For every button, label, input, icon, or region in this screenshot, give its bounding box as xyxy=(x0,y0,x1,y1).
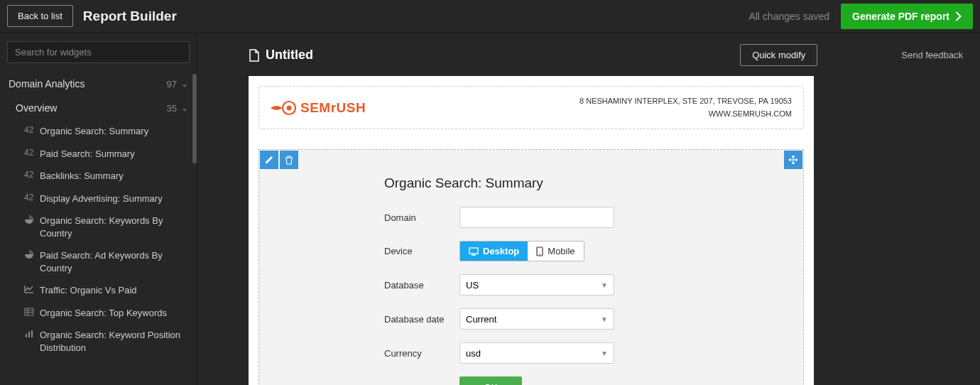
database-date-label: Database date xyxy=(384,314,459,325)
send-feedback-link[interactable]: Send feedback xyxy=(901,50,963,60)
chevron-down-icon: ⌄ xyxy=(181,103,188,113)
category-count: 35 xyxy=(167,103,177,114)
brand-address: 8 NESHAMINY INTERPLEX, STE 207, TREVOSE,… xyxy=(579,95,792,108)
widget-form-title: Organic Search: Summary xyxy=(384,175,803,191)
sidebar-widget-paid-ad-keywords-by-country[interactable]: Paid Search: Ad Keywords By Country xyxy=(0,244,197,279)
svg-point-8 xyxy=(287,105,292,110)
brand-logo: SEMrUSH xyxy=(271,100,366,116)
svg-rect-4 xyxy=(26,334,27,337)
back-to-list-button[interactable]: Back to list xyxy=(7,5,73,27)
scrollbar[interactable] xyxy=(192,74,197,163)
generate-pdf-button[interactable]: Generate PDF report xyxy=(841,4,973,29)
device-toggle: Desktop Mobile xyxy=(459,241,584,261)
move-icon xyxy=(788,155,798,165)
widget-label: Paid Search: Summary xyxy=(40,148,135,161)
line-chart-icon xyxy=(24,284,40,294)
sidebar-widget-traffic-organic-vs-paid[interactable]: Traffic: Organic Vs Paid xyxy=(0,279,197,302)
desktop-icon xyxy=(469,247,479,256)
trash-icon xyxy=(284,155,294,165)
device-mobile-button[interactable]: Mobile xyxy=(528,242,583,261)
pie-chart-icon xyxy=(24,215,40,224)
domain-label: Domain xyxy=(384,212,459,223)
category-count: 97 xyxy=(167,79,177,90)
database-date-select[interactable]: Current ▼ xyxy=(459,308,614,330)
widget-label: Backlinks: Summary xyxy=(40,170,124,183)
edit-widget-button[interactable] xyxy=(260,151,278,169)
widget-label: Traffic: Organic Vs Paid xyxy=(40,284,137,297)
currency-label: Currency xyxy=(384,348,459,359)
report-page: SEMrUSH 8 NESHAMINY INTERPLEX, STE 207, … xyxy=(249,76,814,385)
document-title[interactable]: Untitled xyxy=(266,48,313,63)
pencil-icon xyxy=(264,155,274,165)
device-mobile-label: Mobile xyxy=(548,246,575,256)
widget-badge: 42 xyxy=(24,125,40,135)
svg-rect-6 xyxy=(31,330,33,337)
brand-header[interactable]: SEMrUSH 8 NESHAMINY INTERPLEX, STE 207, … xyxy=(258,86,804,129)
sidebar-category-domain-analytics[interactable]: Domain Analytics 97 ⌄ xyxy=(0,72,197,96)
widget-badge: 42 xyxy=(24,148,40,158)
device-label: Device xyxy=(384,246,459,256)
database-value: US xyxy=(466,280,479,291)
widget-badge: 42 xyxy=(24,192,40,202)
top-bar: Back to list Report Builder All changes … xyxy=(0,0,980,33)
widget-label: Organic Search: Keyword Position Distrib… xyxy=(40,329,190,354)
domain-input[interactable] xyxy=(459,207,614,228)
database-date-value: Current xyxy=(466,314,496,325)
widget-label: Organic Search: Top Keywords xyxy=(40,307,167,320)
document-icon xyxy=(249,49,260,62)
widget-label: Paid Search: Ad Keywords By Country xyxy=(40,249,190,274)
caret-down-icon: ▼ xyxy=(601,349,608,357)
chevron-down-icon: ⌄ xyxy=(181,79,188,89)
mobile-icon xyxy=(536,246,543,256)
sidebar-widget-organic-keywords-by-country[interactable]: Organic Search: Keywords By Country xyxy=(0,210,197,244)
sidebar-category-overview[interactable]: Overview 35 ⌄ xyxy=(0,96,197,120)
sidebar-widget-organic-keyword-position-distribution[interactable]: Organic Search: Keyword Position Distrib… xyxy=(0,324,197,359)
brand-url: WWW.SEMRUSH.COM xyxy=(579,108,792,121)
chevron-right-icon xyxy=(955,11,962,21)
quick-modify-button[interactable]: Quick modify xyxy=(740,44,817,66)
move-widget-handle[interactable] xyxy=(784,151,802,169)
content-area: Untitled Quick modify Send feedback SEMr… xyxy=(197,33,980,385)
svg-rect-5 xyxy=(28,332,30,337)
pie-chart-icon xyxy=(24,249,40,259)
svg-rect-9 xyxy=(469,248,478,254)
category-label: Domain Analytics xyxy=(9,78,85,90)
svg-point-12 xyxy=(539,254,540,255)
sidebar-widget-organic-top-keywords[interactable]: Organic Search: Top Keywords xyxy=(0,302,197,325)
flame-icon xyxy=(271,100,296,116)
sidebar: Domain Analytics 97 ⌄ Overview 35 ⌄ 42 O… xyxy=(0,33,197,385)
svg-rect-0 xyxy=(25,308,33,315)
table-icon xyxy=(24,307,40,317)
widget-label: Display Advertising: Summary xyxy=(40,192,163,205)
currency-select[interactable]: usd ▼ xyxy=(459,342,614,364)
database-select[interactable]: US ▼ xyxy=(459,274,614,295)
sidebar-widget-paid-search-summary[interactable]: 42 Paid Search: Summary xyxy=(0,143,197,166)
widget-block: Organic Search: Summary Domain Device De… xyxy=(258,149,804,385)
sidebar-widget-display-advertising-summary[interactable]: 42 Display Advertising: Summary xyxy=(0,188,197,210)
search-input[interactable] xyxy=(7,41,190,63)
caret-down-icon: ▼ xyxy=(601,281,608,289)
device-desktop-label: Desktop xyxy=(483,246,519,256)
brand-name: SEMrUSH xyxy=(300,100,366,116)
widget-badge: 42 xyxy=(24,170,40,180)
widget-label: Organic Search: Keywords By Country xyxy=(40,215,190,239)
bar-chart-icon xyxy=(24,329,40,339)
device-desktop-button[interactable]: Desktop xyxy=(460,242,528,261)
ok-button[interactable]: OK xyxy=(459,376,522,385)
sidebar-widget-backlinks-summary[interactable]: 42 Backlinks: Summary xyxy=(0,165,197,188)
generate-pdf-label: Generate PDF report xyxy=(852,11,949,22)
category-label: Overview xyxy=(16,102,57,114)
delete-widget-button[interactable] xyxy=(280,151,298,169)
caret-down-icon: ▼ xyxy=(601,315,608,323)
sidebar-widget-organic-search-summary[interactable]: 42 Organic Search: Summary xyxy=(0,120,197,143)
app-title: Report Builder xyxy=(83,9,177,24)
database-label: Database xyxy=(384,280,459,291)
currency-value: usd xyxy=(466,348,481,359)
save-status: All changes saved xyxy=(748,11,829,22)
widget-label: Organic Search: Summary xyxy=(40,125,148,138)
brand-info: 8 NESHAMINY INTERPLEX, STE 207, TREVOSE,… xyxy=(579,95,792,120)
